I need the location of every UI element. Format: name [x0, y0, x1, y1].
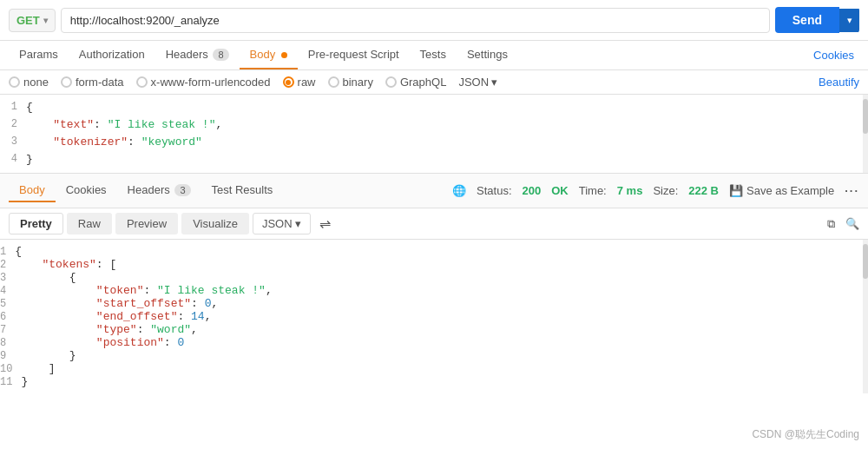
cookies-link[interactable]: Cookies [808, 42, 859, 69]
format-bar: Pretty Raw Preview Visualize JSON ▾ ⇌ ⧉ … [0, 208, 868, 240]
url-encoded-radio[interactable] [136, 76, 148, 88]
method-chevron-icon: ▾ [43, 16, 48, 25]
table-row: 7 "type": "word", [0, 323, 868, 336]
size-label: Size: [653, 184, 678, 197]
line-content: "tokenizer": "keyword" [26, 135, 868, 149]
request-code-editor[interactable]: 1{2 "text": "I like steak !",3 "tokenize… [0, 95, 868, 174]
fmt-raw-button[interactable]: Raw [67, 213, 112, 234]
resp-tab-body[interactable]: Body [9, 179, 56, 202]
format-chevron-icon: ▾ [491, 76, 497, 89]
fmt-preview-button[interactable]: Preview [115, 213, 178, 234]
resp-headers-badge: 3 [174, 184, 190, 196]
response-scrollbar[interactable] [863, 240, 868, 393]
table-row: 4 "token": "I like steak !", [0, 284, 868, 297]
binary-radio[interactable] [328, 76, 339, 88]
form-data-radio[interactable] [61, 76, 72, 88]
status-info: 🌐 Status: 200 OK Time: 7 ms Size: 222 B … [452, 184, 859, 197]
send-button[interactable]: Send [775, 7, 839, 33]
size-value: 222 B [688, 184, 719, 197]
request-tab-nav: Params Authorization Headers 8 Body Pre-… [0, 41, 868, 70]
resp-format-select[interactable]: JSON ▾ [253, 213, 311, 234]
line-number: 3 [0, 271, 15, 284]
save-as-example-button[interactable]: 💾 Save as Example [729, 184, 834, 197]
raw-radio[interactable] [283, 76, 294, 88]
body-type-row: none form-data x-www-form-urlencoded raw… [0, 70, 868, 95]
line-number: 9 [0, 349, 15, 362]
table-row: 4} [0, 152, 868, 169]
send-dropdown-button[interactable]: ▾ [839, 9, 859, 32]
none-radio[interactable] [9, 76, 20, 88]
line-content: } [21, 374, 28, 389]
request-scrollbar[interactable] [863, 95, 868, 173]
line-content: { [26, 100, 868, 115]
line-content: "text": "I like steak !", [26, 117, 868, 132]
tab-authorization[interactable]: Authorization [69, 41, 155, 69]
save-icon: 💾 [729, 184, 743, 197]
request-body-editor: 1{2 "text": "I like steak !",3 "tokenize… [0, 95, 868, 174]
line-number: 2 [0, 117, 26, 130]
resp-tab-cookies[interactable]: Cookies [56, 179, 117, 202]
none-option[interactable]: none [9, 76, 49, 89]
status-code: 200 [523, 184, 542, 197]
table-row: 1{ [0, 245, 868, 258]
resp-tab-headers[interactable]: Headers 3 [117, 179, 201, 202]
graphql-option[interactable]: GraphQL [385, 76, 446, 89]
line-number: 4 [0, 152, 26, 165]
raw-option[interactable]: raw [283, 76, 316, 89]
response-tabs: Body Cookies Headers 3 Test Results [9, 179, 283, 202]
table-row: 9 } [0, 349, 868, 362]
format-select[interactable]: JSON ▾ [458, 76, 497, 89]
url-encoded-option[interactable]: x-www-form-urlencoded [136, 76, 271, 89]
url-input[interactable] [61, 8, 770, 33]
table-row: 2 "text": "I like steak !", [0, 117, 868, 135]
response-code-area[interactable]: 1{2 "tokens": [3 {4 "token": "I like ste… [0, 240, 868, 393]
table-row: 3 { [0, 271, 868, 284]
table-row: 2 "tokens": [ [0, 258, 868, 271]
graphql-radio[interactable] [385, 76, 397, 88]
resp-format-chevron-icon: ▾ [295, 217, 301, 230]
fmt-pretty-button[interactable]: Pretty [9, 213, 63, 234]
line-number: 10 [0, 362, 21, 375]
tab-params[interactable]: Params [9, 41, 69, 69]
tab-tests[interactable]: Tests [410, 41, 457, 69]
response-header: Body Cookies Headers 3 Test Results 🌐 St… [0, 174, 868, 208]
tab-headers[interactable]: Headers 8 [155, 41, 240, 69]
status-text: OK [551, 184, 569, 197]
wrap-icon[interactable]: ⇌ [319, 215, 331, 232]
response-body-editor: 1{2 "tokens": [3 {4 "token": "I like ste… [0, 240, 868, 393]
line-number: 6 [0, 310, 15, 323]
table-row: 6 "end_offset": 14, [0, 310, 868, 323]
tab-body[interactable]: Body [240, 41, 298, 69]
table-row: 11} [0, 375, 868, 388]
beautify-link[interactable]: Beautify [819, 76, 859, 89]
tab-pre-request[interactable]: Pre-request Script [298, 41, 410, 69]
line-content: } [26, 152, 868, 167]
more-options-button[interactable]: ··· [845, 184, 859, 197]
headers-badge: 8 [213, 49, 228, 61]
method-label: GET [16, 14, 40, 27]
send-button-group: Send ▾ [775, 7, 859, 33]
copy-icon[interactable]: ⧉ [827, 217, 835, 231]
line-number: 8 [0, 336, 15, 349]
table-row: 10 ] [0, 362, 868, 375]
table-row: 1{ [0, 100, 868, 117]
line-number: 5 [0, 297, 15, 310]
method-dropdown[interactable]: GET ▾ [9, 9, 56, 32]
line-number: 7 [0, 323, 15, 336]
time-label: Time: [579, 184, 607, 197]
status-globe-icon: 🌐 [452, 184, 466, 197]
search-icon[interactable]: 🔍 [845, 217, 859, 230]
line-number: 2 [0, 258, 15, 271]
time-value: 7 ms [617, 184, 643, 197]
tab-settings[interactable]: Settings [457, 41, 518, 69]
line-number: 4 [0, 284, 15, 297]
fmt-visualize-button[interactable]: Visualize [181, 213, 249, 234]
form-data-option[interactable]: form-data [61, 76, 124, 89]
line-number: 11 [0, 375, 21, 388]
table-row: 5 "start_offset": 0, [0, 297, 868, 310]
line-number: 1 [0, 245, 15, 258]
table-row: 8 "position": 0 [0, 336, 868, 349]
resp-tab-test-results[interactable]: Test Results [201, 179, 284, 202]
status-label: Status: [477, 184, 511, 197]
binary-option[interactable]: binary [328, 76, 373, 89]
